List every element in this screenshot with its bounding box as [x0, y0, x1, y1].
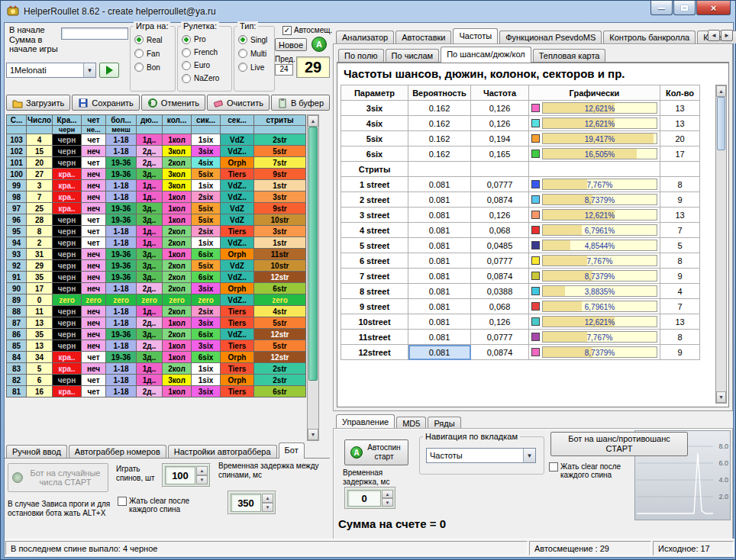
freq-frequency-cell: 0,194: [471, 131, 529, 146]
clear-button[interactable]: Очистить: [207, 95, 270, 111]
freq-prob-cell[interactable]: 0.162: [408, 146, 471, 162]
freq-prob-cell[interactable]: 0.081: [408, 330, 471, 345]
freq-prob-cell[interactable]: 0.081: [408, 253, 471, 269]
spins-cell: черн: [53, 329, 82, 340]
client-area: В начале Сумма в начале игры 1Melonati ▼…: [4, 22, 734, 558]
freq-prob-cell[interactable]: 0.081: [408, 345, 471, 360]
radio-bon[interactable]: Bon: [134, 60, 173, 74]
spin-delay-stepper[interactable]: 350 ▲ ▼: [228, 491, 276, 515]
scroll-up-icon[interactable]: ▲: [716, 85, 726, 97]
prev-value-box[interactable]: 24: [275, 64, 293, 76]
tab-автоставки[interactable]: Автоставки: [395, 31, 451, 43]
scrollbar-track[interactable]: [308, 127, 318, 429]
radio-nazero[interactable]: NaZero: [182, 72, 230, 85]
tab-по-шансам-дюж-кол[interactable]: По шансам/дюж/кол: [441, 47, 531, 63]
scroll-down-icon[interactable]: ▼: [308, 429, 318, 440]
tab-автограббер-номеров[interactable]: Автограббер номеров: [69, 445, 166, 458]
spins-count-stepper[interactable]: 100 ▲ ▼: [162, 463, 211, 488]
tab-scroll-right-icon[interactable]: ►: [721, 30, 733, 41]
title-bar[interactable]: HelperRoullet 8.62 - create helperroulle…: [1, 1, 735, 22]
freq-prob-cell[interactable]: 0.081: [408, 314, 471, 330]
autospin-start-button[interactable]: A Автоспин старт: [344, 439, 408, 465]
tab-по-числам[interactable]: По числам: [386, 49, 440, 62]
undo-button[interactable]: Отменить: [141, 95, 205, 111]
radio-pro[interactable]: Pro: [182, 33, 230, 46]
minimize-button[interactable]: [650, 1, 673, 15]
freq-prob-cell[interactable]: 0.081: [408, 208, 471, 223]
freq-prob-cell[interactable]: 0.162: [408, 116, 471, 131]
spins-count-value[interactable]: 100: [165, 466, 195, 484]
tab-настройки-автограббера[interactable]: Настройки автограббера: [168, 445, 277, 458]
stepper-up-icon[interactable]: ▲: [262, 494, 273, 503]
tab-функционал-psevdoms[interactable]: Функционал PsevdoMS: [499, 31, 602, 43]
chevron-down-icon[interactable]: ▼: [83, 63, 95, 77]
freq-prob-cell[interactable]: 0.081: [408, 284, 471, 299]
freq-prob-cell[interactable]: 0.081: [408, 192, 471, 208]
stepper-down-icon[interactable]: ▼: [262, 503, 273, 512]
radio-euro[interactable]: Euro: [182, 59, 230, 72]
spin-delay-value[interactable]: 350: [231, 494, 261, 512]
spins-cell: Tiers: [221, 363, 254, 375]
spins-cell: 1д..: [137, 237, 163, 249]
save-button[interactable]: Сохранить: [72, 95, 140, 111]
freq-prob-cell[interactable]: 0.162: [408, 101, 471, 116]
spin-delay-label: Временная задержка между спинами, мс: [218, 462, 327, 480]
tab-частоты[interactable]: Частоты: [453, 28, 498, 44]
scrollbar-thumb[interactable]: [717, 97, 725, 150]
scrollbar-track[interactable]: [716, 97, 726, 391]
chance-bot-start-button[interactable]: Бот на шанс/противошанс СТАРТ: [550, 432, 688, 456]
copy-buffer-button[interactable]: В буфер: [271, 95, 330, 111]
spins-cell: 1-18: [106, 180, 137, 191]
tab-scroll-left-icon[interactable]: ◄: [708, 30, 720, 41]
radio-live[interactable]: Live: [238, 60, 273, 74]
new-button[interactable]: Новое: [275, 38, 307, 51]
radio-fan[interactable]: Fan: [134, 47, 173, 60]
chevron-down-icon[interactable]: ▼: [523, 449, 535, 462]
radio-label: Live: [250, 63, 264, 72]
delay-value[interactable]: 0: [347, 490, 381, 507]
spins-table-scrollbar[interactable]: ▲ ▼: [307, 114, 319, 441]
radio-singl[interactable]: Singl: [238, 33, 273, 47]
load-button[interactable]: Загрузить: [6, 95, 70, 111]
delay-stepper[interactable]: 0 ▲ ▼: [344, 487, 396, 510]
freq-prob-cell[interactable]: 0.081: [408, 177, 471, 192]
preset-combobox[interactable]: 1Melonati ▼: [6, 63, 96, 78]
stepper-down-icon[interactable]: ▼: [196, 475, 208, 484]
autoshift-checkbox[interactable]: ✓ Автосмещ.: [282, 26, 332, 35]
app-icon: [7, 5, 19, 18]
close-button[interactable]: ×: [696, 1, 731, 15]
spins-cell: 5six: [192, 203, 221, 214]
stepper-up-icon[interactable]: ▲: [196, 466, 208, 475]
scroll-up-icon[interactable]: ▲: [308, 115, 318, 127]
freq-prob-cell[interactable]: 0.081: [408, 223, 471, 238]
spins-cell: кра..: [53, 352, 82, 363]
radio-french[interactable]: French: [182, 46, 230, 59]
tab-анализатор[interactable]: Анализатор: [336, 31, 394, 43]
tab-тепловая-карта[interactable]: Тепловая карта: [533, 49, 606, 62]
play-button[interactable]: [99, 63, 119, 78]
freq-prob-cell[interactable]: 0.081: [408, 238, 471, 253]
spins-cell: 2кол: [163, 272, 192, 283]
scrollbar-thumb[interactable]: [308, 127, 318, 381]
tab-бот[interactable]: Бот: [279, 443, 305, 459]
scroll-down-icon[interactable]: ▼: [716, 391, 726, 403]
clear-after-spin-checkbox[interactable]: Жать clear после каждого спина: [549, 462, 648, 479]
start-sum-input[interactable]: [61, 27, 128, 40]
radio-real[interactable]: Real: [134, 33, 173, 47]
tab-по-полю[interactable]: По полю: [338, 49, 384, 62]
tab-ручной-ввод[interactable]: Ручной ввод: [6, 445, 67, 458]
tab-navigation-combobox[interactable]: Частоты ▼: [426, 448, 536, 463]
tab-контроль-банкролла[interactable]: Контроль банкролла: [603, 31, 696, 43]
freq-prob-cell[interactable]: 0.081: [408, 299, 471, 314]
clear-after-spin-checkbox[interactable]: Жать clear после каждого спина: [118, 497, 214, 513]
random-bot-start-button[interactable]: Бот на случайные числа СТАРТ: [8, 463, 108, 492]
radio-multi[interactable]: Multi: [238, 47, 273, 60]
maximize-button[interactable]: [673, 1, 696, 15]
stepper-up-icon[interactable]: ▲: [382, 490, 393, 498]
freq-prob-cell[interactable]: 0.081: [408, 269, 471, 284]
percent-label: 7,767%: [543, 179, 657, 190]
stepper-down-icon[interactable]: ▼: [382, 498, 393, 507]
frequencies-scrollbar[interactable]: ▲ ▼: [715, 85, 727, 404]
prev-label: Пред.: [275, 55, 295, 63]
freq-prob-cell[interactable]: 0.162: [408, 131, 471, 146]
